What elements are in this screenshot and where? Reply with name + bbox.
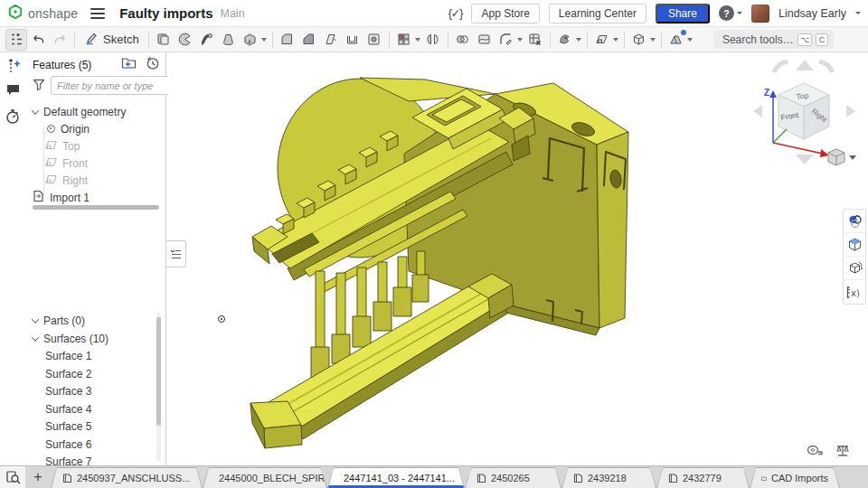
redo-icon[interactable] [49,29,71,51]
sketch-button[interactable]: Sketch [79,29,145,51]
transform-menu-caret[interactable] [576,38,581,42]
thicken-icon[interactable] [240,29,261,51]
user-name[interactable]: Lindsay Early [778,7,846,20]
search-tools[interactable]: Search tools… ⌥ C [713,30,834,49]
modify-fillet-menu-caret[interactable] [517,38,523,42]
chevron-down-icon[interactable] [32,107,39,114]
surfaces-section-header[interactable]: Surfaces (10) [33,330,162,347]
plane-menu-caret[interactable] [613,38,618,42]
chamfer-icon[interactable] [298,29,320,51]
import-icon [33,190,44,205]
feature-list-collapse-handle[interactable] [166,240,186,267]
header-bar: onshape Faulty imports Main {✓} App Stor… [0,0,868,27]
list-item-surface-1[interactable]: Surface 1 [33,347,162,364]
tree-item-default-geometry[interactable]: Default geometry [33,103,162,120]
appearance-panel-icon[interactable] [844,210,865,233]
import1-label: Import 1 [50,192,90,204]
main-menu-icon[interactable] [90,8,105,19]
modify-fillet-icon[interactable] [495,29,517,51]
tab-2447141-active[interactable]: 2447141_03 - 2447141... [327,467,465,488]
share-button[interactable]: Share [656,4,710,23]
feature-list-toggle-icon[interactable] [5,29,27,51]
tab-2450265[interactable]: 2450265 [465,467,561,488]
tab-cad-imports[interactable]: CAD Imports [750,467,840,488]
workspace-name[interactable]: Main [220,7,244,20]
features-panel-title: Features (5) [33,59,91,71]
mirror-icon[interactable] [422,29,444,51]
rollback-icon[interactable] [146,56,160,74]
extensions-icon[interactable]: {✓} [448,6,463,20]
key-c-badge: C [816,33,828,46]
sketch-pencil-icon [84,31,99,49]
list-item-surface-4[interactable]: Surface 4 [33,400,162,418]
tree-item-import1[interactable]: Import 1 [33,189,162,206]
parts-section-header[interactable]: Parts (0) [33,312,162,329]
list-item-surface-2[interactable]: Surface 2 [33,365,162,382]
sheet-metal-menu-caret[interactable] [687,38,693,42]
comments-icon[interactable] [0,78,25,101]
mass-properties-icon[interactable] [834,442,852,458]
origin-icon [47,125,55,133]
list-item-surface-6[interactable]: Surface 6 [33,436,162,453]
boolean-icon[interactable] [452,29,474,51]
isometric-view-icon[interactable] [844,233,865,257]
list-item-surface-3[interactable]: Surface 3 [33,382,162,399]
split-icon[interactable] [474,29,495,51]
tree-item-origin[interactable]: Origin [33,120,162,137]
sweep-icon[interactable] [196,29,218,51]
learning-center-button[interactable]: Learning Center [549,4,646,23]
shell-icon[interactable] [342,29,363,51]
tree-item-top-plane[interactable]: Top [33,137,162,155]
plane-icon[interactable] [591,29,613,51]
help-icon[interactable]: ? [719,5,734,21]
filter-icon[interactable] [33,78,45,94]
tree-item-right-plane[interactable]: Right [33,172,162,189]
named-view-menu-caret[interactable] [650,38,656,42]
fillet-icon[interactable] [277,29,298,51]
draft-icon[interactable] [320,29,342,51]
undo-icon[interactable] [27,29,49,51]
section-view-icon[interactable] [844,257,865,280]
hole-icon[interactable] [363,29,385,51]
feature-toolbar: Sketch Se [0,27,868,52]
pattern-menu-caret[interactable] [415,38,420,42]
graphics-viewport[interactable]: Top Front Right Z X [167,52,868,465]
parts-chevron-icon[interactable] [32,315,39,323]
thicken-menu-caret[interactable] [261,38,267,42]
onshape-logo[interactable]: onshape [7,4,78,23]
tape-measure-icon[interactable] [805,442,823,458]
versions-icon[interactable] [0,54,25,78]
svg-text:Top: Top [796,90,809,101]
surfaces-chevron-icon[interactable] [32,333,39,341]
tab-2439218[interactable]: 2439218 [561,467,656,488]
new-tab-button[interactable]: + [25,466,51,488]
tab-2432779[interactable]: 2432779 [656,467,750,488]
loft-icon[interactable] [218,29,240,51]
extrude-icon[interactable] [153,29,175,51]
features-panel: Features (5) Default geometry Origin Top… [25,52,166,465]
revolve-icon[interactable] [175,29,196,51]
right-plane-label: Right [62,174,88,187]
tab-2445000[interactable]: 2445000_BLECH_SPIR... [203,467,327,488]
delete-face-icon[interactable] [524,29,546,51]
transform-icon[interactable] [554,29,576,51]
new-folder-icon[interactable] [121,56,137,74]
manage-tabs-icon[interactable] [0,466,25,488]
plane-front-icon [45,157,57,170]
history-icon[interactable] [0,105,25,128]
features-horizontal-scrollbar[interactable] [33,205,159,210]
app-store-button[interactable]: App Store [471,4,539,23]
origin-label: Origin [61,123,90,136]
pattern-icon[interactable] [393,29,415,51]
help-menu[interactable]: ? [719,5,742,21]
named-view-icon[interactable] [628,29,650,51]
tab-2450937[interactable]: 2450937_ANSCHLUSS... [51,467,203,488]
surfaces-scrollbar-thumb[interactable] [156,317,161,426]
list-item-surface-5[interactable]: Surface 5 [33,418,162,435]
tree-item-front-plane[interactable]: Front [33,155,162,172]
measure-variables-icon[interactable]: x) [844,280,865,304]
user-menu-caret-icon[interactable] [855,12,861,14]
axis-z-label: Z [764,88,769,98]
sheet-metal-icon[interactable] [665,29,687,51]
user-avatar[interactable] [751,5,769,23]
